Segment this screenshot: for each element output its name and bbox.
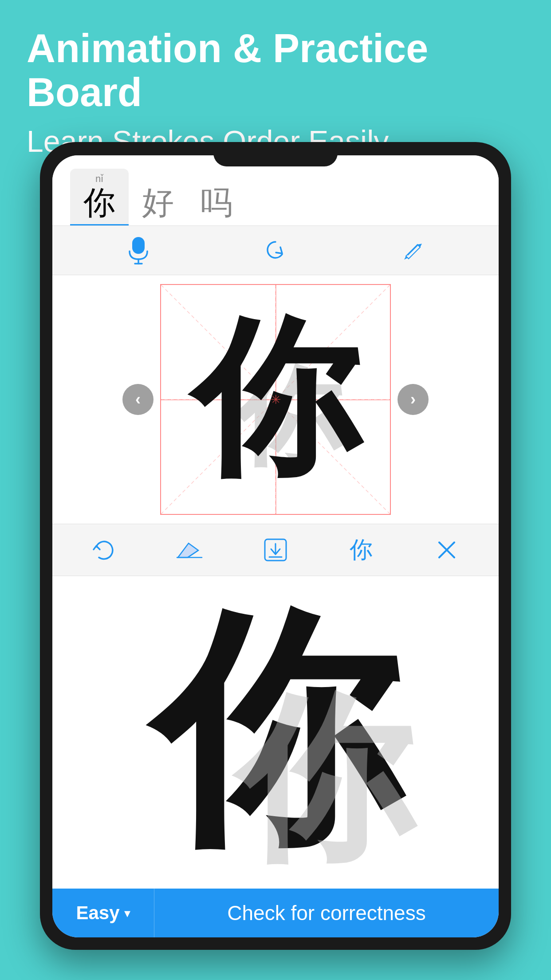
next-arrow-button[interactable]: ›: [398, 384, 429, 415]
drawing-canvas[interactable]: 你 你 ✳: [160, 284, 391, 515]
save-button[interactable]: [258, 532, 293, 568]
tab-ma-char: 吗: [201, 186, 232, 218]
difficulty-label: Easy: [76, 902, 119, 924]
tab-ni[interactable]: nǐ 你: [70, 169, 129, 225]
char-reference-button[interactable]: 你: [343, 532, 379, 568]
char-reference-label: 你: [350, 534, 373, 565]
char-display-wrapper: 你 你: [151, 608, 400, 857]
undo-button[interactable]: [87, 532, 122, 568]
chevron-right-icon: ›: [410, 391, 416, 407]
crosshair-icon: ✳: [271, 392, 281, 407]
bottom-bar: Easy ▾ Check for correctness: [52, 889, 499, 937]
check-correctness-label: Check for correctness: [227, 901, 425, 925]
undo-icon: [92, 538, 116, 562]
phone-outer: nǐ 你 好 吗: [40, 142, 511, 950]
tab-ma[interactable]: 吗: [187, 180, 246, 225]
tab-ni-pinyin: nǐ: [95, 173, 103, 185]
close-icon: [436, 539, 458, 561]
drawing-area-container: ‹ 你 你 ✳: [52, 275, 499, 524]
phone-wrapper: nǐ 你 好 吗: [40, 142, 511, 980]
char-display-area: 你 你: [52, 576, 499, 889]
svg-line-3: [408, 245, 418, 255]
pencil-button[interactable]: [397, 235, 428, 266]
chevron-down-icon: ▾: [124, 906, 130, 921]
difficulty-button[interactable]: Easy ▾: [52, 889, 154, 937]
tab-hao[interactable]: 好: [129, 180, 187, 225]
close-button[interactable]: [429, 532, 464, 568]
mic-icon: [128, 237, 149, 264]
check-correctness-button[interactable]: Check for correctness: [154, 889, 499, 937]
large-character-ghost: 你: [236, 692, 413, 870]
main-title: Animation & Practice Board: [27, 27, 524, 115]
phone-notch: [213, 142, 338, 166]
top-toolbar: [52, 226, 499, 275]
refresh-button[interactable]: [260, 235, 291, 266]
tab-ni-char: 你: [83, 186, 115, 218]
refresh-icon: [264, 238, 287, 262]
svg-rect-0: [132, 237, 145, 254]
mic-button[interactable]: [123, 235, 154, 266]
tab-hao-char: 好: [142, 186, 174, 218]
pencil-icon: [401, 239, 424, 261]
chevron-left-icon: ‹: [135, 391, 141, 407]
prev-arrow-button[interactable]: ‹: [122, 384, 153, 415]
erase-button[interactable]: [172, 532, 208, 568]
phone-screen: nǐ 你 好 吗: [52, 155, 499, 937]
save-icon: [262, 537, 289, 563]
erase-icon: [175, 538, 204, 562]
